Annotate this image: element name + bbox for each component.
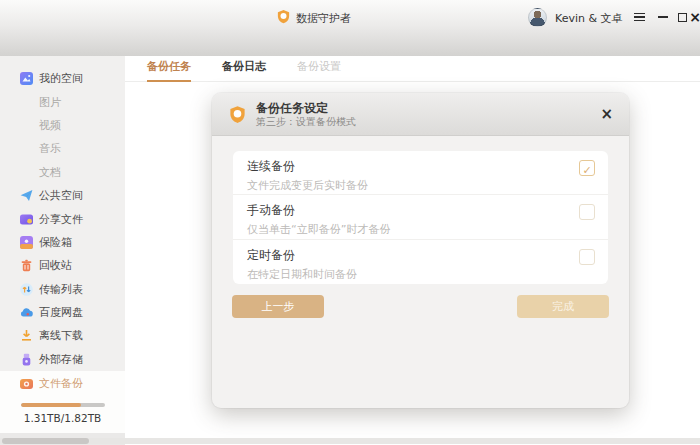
sidebar-item-label: 视频: [39, 118, 61, 133]
user-avatar[interactable]: [528, 8, 547, 27]
scheduled-backup-checkbox[interactable]: [579, 249, 595, 265]
sidebar-item-label: 图片: [39, 95, 61, 110]
sidebar-item-recycle-bin[interactable]: 回收站: [0, 254, 125, 277]
sidebar-item-label: 公共空间: [39, 188, 83, 203]
sidebar-item-public-space[interactable]: 公共空间: [0, 184, 125, 207]
storage-panel: 1.31TB/1.82TB: [0, 394, 125, 433]
sidebar-item-label: 外部存储: [39, 352, 83, 367]
dialog-buttons: 上一步 完成: [232, 295, 609, 318]
sidebar-item-my-space[interactable]: 我的空间: [0, 67, 125, 90]
backup-camera-icon: [20, 377, 33, 390]
option-manual-backup[interactable]: 手动备份 仅当单击“立即备份”时才备份: [233, 195, 608, 239]
sidebar-item-external-storage[interactable]: 外部存储: [0, 348, 125, 371]
sidebar-item-label: 保险箱: [39, 235, 72, 250]
sidebar-item-file-backup[interactable]: 文件备份: [0, 371, 125, 395]
option-description: 文件完成变更后实时备份: [247, 178, 560, 193]
finish-button[interactable]: 完成: [517, 295, 609, 318]
sidebar-item-pictures[interactable]: 图片: [0, 90, 125, 113]
sidebar-item-safe-box[interactable]: 保险箱: [0, 231, 125, 254]
dialog-title: 备份任务设定: [256, 101, 356, 115]
option-title: 手动备份: [247, 202, 560, 219]
tab-backup-logs[interactable]: 备份日志: [222, 59, 266, 82]
continuous-backup-checkbox[interactable]: [579, 160, 595, 176]
sidebar-item-shared-files[interactable]: 分享文件: [0, 207, 125, 230]
shared-files-icon: [20, 213, 33, 226]
close-window-icon[interactable]: ×: [686, 9, 700, 25]
dialog-close-icon[interactable]: ×: [600, 107, 613, 122]
previous-step-button[interactable]: 上一步: [232, 295, 324, 318]
backup-mode-card: 连续备份 文件完成变更后实时备份 手动备份 仅当单击“立即备份”时才备份 定时备…: [233, 151, 608, 284]
titlebar: 数据守护者 Kevin & 文卓 ×: [0, 0, 700, 56]
paper-plane-icon: [20, 189, 33, 202]
storage-progress-track: [21, 403, 105, 407]
tab-backup-tasks[interactable]: 备份任务: [147, 59, 191, 82]
sidebar: 我的空间 图片 视频 音乐 文档 公共空间 分享文件 保险箱: [0, 56, 125, 433]
sidebar-item-label: 百度网盘: [39, 305, 83, 320]
app-title: 数据守护者: [296, 11, 351, 26]
dialog-header: 备份任务设定 第三步：设置备份模式 ×: [212, 93, 629, 136]
option-description: 在特定日期和时间备份: [247, 267, 560, 282]
menu-icon[interactable]: [630, 9, 648, 25]
backup-task-setup-dialog: 备份任务设定 第三步：设置备份模式 × 连续备份 文件完成变更后实时备份 手动备…: [212, 93, 629, 408]
app-logo-shield-icon: [276, 9, 291, 24]
user-name[interactable]: Kevin & 文卓: [555, 11, 623, 26]
sidebar-item-offline-download[interactable]: 离线下载: [0, 324, 125, 347]
sidebar-item-label: 分享文件: [39, 212, 83, 227]
download-icon: [20, 329, 33, 342]
scrollbar-thumb[interactable]: [2, 438, 89, 444]
sidebar-item-label: 回收站: [39, 258, 72, 273]
option-title: 定时备份: [247, 247, 560, 264]
transfer-arrows-icon: [20, 283, 33, 296]
sidebar-item-transfer-list[interactable]: 传输列表: [0, 278, 125, 301]
sidebar-item-label: 我的空间: [39, 71, 83, 86]
usb-drive-icon: [20, 353, 33, 366]
manual-backup-checkbox[interactable]: [579, 204, 595, 220]
tab-bar: 备份任务 备份日志 备份设置: [125, 56, 700, 82]
option-title: 连续备份: [247, 158, 560, 175]
sidebar-item-baidu-netdisk[interactable]: 百度网盘: [0, 301, 125, 324]
minimize-icon[interactable]: [654, 9, 672, 25]
sidebar-item-label: 传输列表: [39, 282, 83, 297]
tab-backup-settings[interactable]: 备份设置: [297, 59, 341, 82]
horizontal-scrollbar[interactable]: [0, 438, 700, 444]
sidebar-item-label: 文件备份: [39, 376, 83, 391]
sidebar-item-label: 离线下载: [39, 328, 83, 343]
my-space-icon: [20, 72, 33, 85]
sidebar-item-label: 文档: [39, 165, 61, 180]
sidebar-item-documents[interactable]: 文档: [0, 161, 125, 184]
storage-label: 1.31TB/1.82TB: [0, 412, 125, 424]
storage-progress-fill: [21, 403, 81, 407]
option-continuous-backup[interactable]: 连续备份 文件完成变更后实时备份: [233, 151, 608, 195]
dialog-step-subtitle: 第三步：设置备份模式: [256, 115, 356, 128]
dialog-shield-icon: [228, 105, 247, 124]
sidebar-item-videos[interactable]: 视频: [0, 114, 125, 137]
option-scheduled-backup[interactable]: 定时备份 在特定日期和时间备份: [233, 240, 608, 284]
cloud-icon: [20, 306, 33, 319]
safe-box-icon: [20, 236, 33, 249]
sidebar-item-music[interactable]: 音乐: [0, 137, 125, 160]
sidebar-item-label: 音乐: [39, 141, 61, 156]
trash-icon: [20, 259, 33, 272]
option-description: 仅当单击“立即备份”时才备份: [247, 222, 560, 237]
